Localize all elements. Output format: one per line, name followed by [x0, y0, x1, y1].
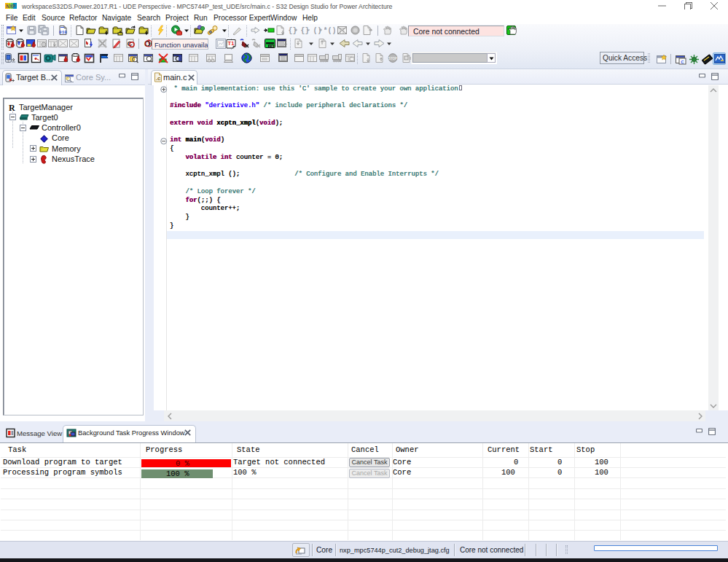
- svg-text:.c: .c: [156, 75, 161, 82]
- svg-text:JOB: JOB: [269, 45, 274, 48]
- svg-text:010: 010: [59, 30, 67, 35]
- svg-text:C: C: [681, 60, 684, 64]
- svg-text:T1: T1: [228, 40, 235, 47]
- svg-text:*(): *(): [324, 27, 335, 35]
- svg-text:{}: {}: [300, 27, 309, 35]
- svg-text:NXP: NXP: [6, 4, 16, 9]
- svg-text:STOP: STOP: [388, 57, 397, 61]
